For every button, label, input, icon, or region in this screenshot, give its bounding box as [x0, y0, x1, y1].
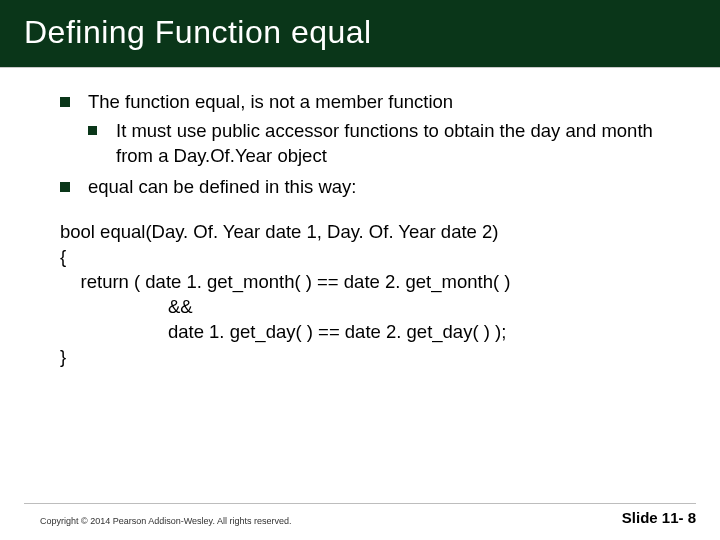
footer: Copyright © 2014 Pearson Addison-Wesley.…: [0, 509, 720, 526]
code-block: bool equal(Day. Of. Year date 1, Day. Of…: [60, 220, 680, 370]
bullet-2: equal can be defined in this way:: [60, 175, 680, 200]
code-line-2: {: [60, 246, 66, 267]
bullet-1-text: The function equal, is not a member func…: [88, 91, 453, 112]
slide-title: Defining Function equal: [24, 14, 720, 51]
code-line-4: &&: [60, 296, 193, 317]
bullet-1-sublist: It must use public accessor functions to…: [88, 119, 680, 169]
bullet-list: The function equal, is not a member func…: [60, 90, 680, 200]
bullet-2-text: equal can be defined in this way:: [88, 176, 356, 197]
content-area: The function equal, is not a member func…: [0, 68, 720, 370]
title-band: Defining Function equal: [0, 0, 720, 67]
code-line-6: }: [60, 346, 66, 367]
slide-number: Slide 11- 8: [622, 509, 696, 526]
code-line-3: return ( date 1. get_month( ) == date 2.…: [60, 271, 510, 292]
code-line-1: bool equal(Day. Of. Year date 1, Day. Of…: [60, 221, 498, 242]
bullet-1: The function equal, is not a member func…: [60, 90, 680, 169]
footer-rule: [24, 503, 696, 504]
bullet-1-1: It must use public accessor functions to…: [88, 119, 680, 169]
code-line-5: date 1. get_day( ) == date 2. get_day( )…: [60, 321, 506, 342]
slide: Defining Function equal The function equ…: [0, 0, 720, 540]
copyright-text: Copyright © 2014 Pearson Addison-Wesley.…: [40, 516, 291, 526]
bullet-1-1-text: It must use public accessor functions to…: [116, 120, 653, 166]
